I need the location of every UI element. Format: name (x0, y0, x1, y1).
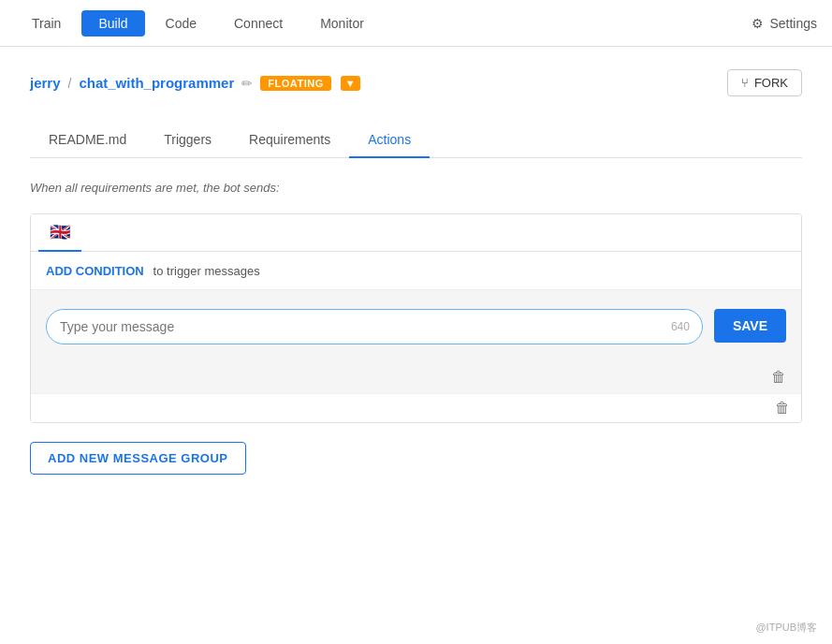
user-link[interactable]: jerry (30, 75, 61, 91)
fork-icon: ⑂ (741, 76, 749, 90)
project-title: jerry / chat_with_programmer ✏ FLOATING … (30, 75, 360, 91)
group-delete-row: 🗑 (31, 393, 801, 422)
settings-label: Settings (769, 16, 817, 31)
fork-area: ⑂ FORK (727, 69, 802, 96)
add-condition-button[interactable]: ADD CONDITION (46, 264, 144, 278)
message-input-area: 640 SAVE (31, 290, 801, 363)
badge-dropdown-button[interactable]: ▼ (341, 76, 360, 91)
tab-readme[interactable]: README.md (30, 123, 145, 158)
condition-description: to trigger messages (153, 264, 260, 278)
delete-icon: 🗑 (771, 369, 786, 385)
description-text: When all requirements are met, the bot s… (30, 181, 802, 195)
message-input-wrapper: 640 (46, 309, 703, 344)
nav-right: ⚙ Settings (752, 16, 817, 31)
add-message-group-button[interactable]: ADD NEW MESSAGE GROUP (30, 442, 246, 475)
sub-tabs: README.md Triggers Requirements Actions (30, 123, 802, 158)
fork-button[interactable]: ⑂ FORK (727, 69, 802, 96)
floating-badge: FLOATING (260, 76, 330, 91)
group-delete-icon: 🗑 (775, 400, 790, 416)
flag-icon: 🇬🇧 (50, 222, 70, 242)
char-count: 640 (671, 320, 690, 333)
nav-tab-code[interactable]: Code (149, 10, 213, 37)
message-delete-row: 🗑 (31, 363, 801, 393)
tab-requirements[interactable]: Requirements (230, 123, 349, 158)
message-delete-button[interactable]: 🗑 (771, 369, 786, 386)
tab-triggers[interactable]: Triggers (145, 123, 230, 158)
group-delete-button[interactable]: 🗑 (775, 400, 790, 417)
fork-label: FORK (754, 76, 788, 90)
path-separator: / (68, 76, 72, 91)
top-navigation: Train Build Code Connect Monitor ⚙ Setti… (0, 0, 832, 47)
nav-tab-train[interactable]: Train (15, 10, 78, 37)
save-button[interactable]: SAVE (714, 309, 786, 343)
project-header: jerry / chat_with_programmer ✏ FLOATING … (30, 69, 802, 96)
settings-button[interactable]: ⚙ Settings (752, 16, 817, 31)
gear-icon: ⚙ (752, 16, 764, 31)
message-group: 🇬🇧 ADD CONDITION to trigger messages 640… (30, 213, 802, 423)
main-content: jerry / chat_with_programmer ✏ FLOATING … (0, 47, 832, 497)
lang-tab-en[interactable]: 🇬🇧 (38, 214, 81, 252)
nav-tab-monitor[interactable]: Monitor (303, 10, 381, 37)
nav-tab-connect[interactable]: Connect (217, 10, 299, 37)
tab-actions[interactable]: Actions (349, 123, 430, 158)
message-input[interactable] (46, 309, 703, 344)
edit-icon[interactable]: ✏ (241, 76, 253, 91)
language-tabs: 🇬🇧 (31, 214, 801, 252)
condition-row: ADD CONDITION to trigger messages (31, 252, 801, 290)
repo-link[interactable]: chat_with_programmer (79, 75, 234, 91)
nav-tabs-left: Train Build Code Connect Monitor (15, 10, 752, 37)
nav-tab-build[interactable]: Build (81, 10, 144, 37)
